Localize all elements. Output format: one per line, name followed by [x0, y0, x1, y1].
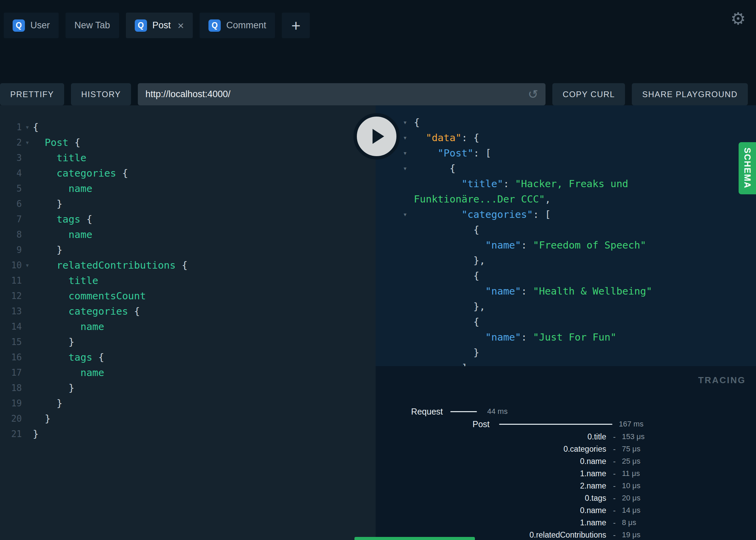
token: {: [128, 305, 140, 317]
reload-icon[interactable]: ↺: [528, 87, 538, 101]
line-number: 13: [0, 304, 22, 319]
query-line[interactable]: 6 }: [0, 196, 376, 212]
tab-post[interactable]: QPost×: [126, 13, 193, 38]
query-line[interactable]: 2▾ Post {: [0, 135, 376, 150]
token: "categories": [462, 209, 533, 220]
tracing-field-time: 10 μs: [622, 480, 640, 492]
add-tab-button[interactable]: +: [282, 13, 310, 38]
query-line[interactable]: 14 name: [0, 319, 376, 334]
tracing-field-row: 0.name-25 μs: [376, 455, 756, 467]
response-line: "name": "Health & Wellbeing": [376, 284, 756, 299]
token: tags: [57, 213, 81, 225]
response-gutter: [376, 360, 414, 366]
fold-arrow-icon[interactable]: ▾: [22, 120, 33, 135]
tab-new-tab[interactable]: New Tab: [66, 13, 119, 38]
query-line[interactable]: 13 categories {: [0, 304, 376, 319]
query-line[interactable]: 19 }: [0, 396, 376, 411]
tracing-panel: TRACING Request44 msPost167 ms 0.title-1…: [376, 366, 756, 540]
line-number: 2: [0, 135, 22, 150]
tracing-field-label: 2.name: [376, 480, 606, 492]
token: tags: [69, 351, 92, 363]
share-playground-button[interactable]: SHARE PLAYGROUND: [632, 83, 748, 105]
response-code: }: [414, 345, 479, 360]
query-code: {: [33, 120, 39, 135]
line-number: 8: [0, 227, 22, 242]
settings-gear-icon[interactable]: ⚙: [730, 9, 746, 29]
tab-comment[interactable]: QComment: [200, 13, 275, 38]
tab-user[interactable]: QUser: [4, 13, 59, 38]
fold-arrow-icon[interactable]: ▾: [403, 146, 407, 161]
fold-arrow-icon[interactable]: ▾: [403, 207, 407, 222]
query-line[interactable]: 10▾ relatedContributions {: [0, 258, 376, 273]
close-tab-icon[interactable]: ×: [178, 20, 184, 31]
prettify-button[interactable]: PRETTIFY: [0, 83, 64, 105]
query-line[interactable]: 3 title: [0, 150, 376, 166]
fold-arrow-icon[interactable]: ▾: [22, 258, 33, 273]
query-line[interactable]: 16 tags {: [0, 350, 376, 365]
token: [414, 331, 485, 343]
response-gutter: ▾: [376, 207, 414, 222]
token: ,: [545, 193, 551, 205]
tracing-field-time: 20 μs: [622, 492, 640, 504]
fold-gutter: [22, 227, 33, 242]
query-editor[interactable]: 1▾{2▾ Post {3 title4 categories {5 name6…: [0, 105, 376, 540]
query-line[interactable]: 17 name: [0, 365, 376, 380]
token: [33, 321, 81, 332]
response-line: ▾ {: [376, 161, 756, 176]
line-number: 11: [0, 273, 22, 288]
fold-gutter: [22, 288, 33, 304]
query-line[interactable]: 12 commentsCount: [0, 288, 376, 304]
response-code: "categories": [: [414, 207, 551, 222]
token: Post: [45, 137, 69, 148]
query-code: name: [33, 319, 104, 334]
schema-tab[interactable]: SCHEMA: [739, 142, 756, 194]
query-code: tags {: [33, 212, 92, 227]
copy-curl-button[interactable]: COPY CURL: [552, 83, 625, 105]
query-code: }: [33, 396, 62, 411]
query-line[interactable]: 18 }: [0, 380, 376, 396]
query-code: Post {: [33, 135, 81, 150]
line-number: 6: [0, 196, 22, 212]
tab-label: User: [30, 20, 50, 31]
query-line[interactable]: 11 title: [0, 273, 376, 288]
token: title: [57, 152, 86, 164]
fold-arrow-icon[interactable]: ▾: [22, 135, 33, 150]
endpoint-url-bar[interactable]: http://localhost:4000/ ↺: [138, 83, 546, 105]
fold-gutter: [22, 181, 33, 196]
query-line[interactable]: 20 }: [0, 411, 376, 426]
response-line: "title": "Hacker, Freaks und: [376, 176, 756, 192]
endpoint-url[interactable]: http://localhost:4000/: [145, 89, 230, 100]
line-number: 16: [0, 350, 22, 365]
fold-gutter: [22, 242, 33, 258]
line-number: 10: [0, 258, 22, 273]
token: [33, 167, 57, 179]
token: [33, 275, 69, 286]
line-number: 19: [0, 396, 22, 411]
query-line[interactable]: 8 name: [0, 227, 376, 242]
query-line[interactable]: 7 tags {: [0, 212, 376, 227]
query-line[interactable]: 4 categories {: [0, 166, 376, 181]
query-line[interactable]: 15 }: [0, 334, 376, 350]
query-line[interactable]: 9 }: [0, 242, 376, 258]
line-number: 15: [0, 334, 22, 350]
query-line[interactable]: 21}: [0, 426, 376, 442]
execute-query-button[interactable]: [353, 113, 400, 160]
tracing-field-time: 14 μs: [622, 504, 640, 516]
token: :: [521, 331, 533, 343]
fold-arrow-icon[interactable]: ▾: [403, 130, 407, 146]
fold-gutter: [22, 212, 33, 227]
fold-arrow-icon[interactable]: ▾: [403, 161, 407, 176]
line-number: 17: [0, 365, 22, 380]
response-gutter: [376, 176, 414, 192]
query-line[interactable]: 5 name: [0, 181, 376, 196]
query-code: relatedContributions {: [33, 258, 188, 273]
query-badge-icon: Q: [13, 19, 25, 32]
response-code: Funktionäre...Der CCC",: [414, 192, 551, 207]
query-line[interactable]: 1▾{: [0, 120, 376, 135]
token: {: [414, 163, 455, 174]
token: name: [69, 229, 92, 240]
response-gutter: [376, 222, 414, 238]
token: categories: [69, 305, 128, 317]
fold-arrow-icon[interactable]: ▾: [403, 115, 407, 130]
history-button[interactable]: HISTORY: [71, 83, 131, 105]
